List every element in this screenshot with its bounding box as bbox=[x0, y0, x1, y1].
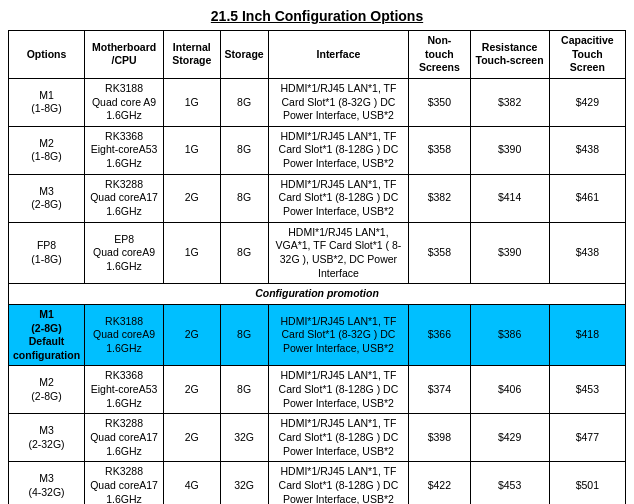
non-touch-cell: $374 bbox=[409, 366, 470, 414]
non-touch-cell: $422 bbox=[409, 462, 470, 504]
header-resistance: Resistance Touch-screen bbox=[470, 31, 549, 79]
storage-cell: 8G bbox=[220, 78, 268, 126]
motherboard-cell: RK3188Quad core A91.6GHz bbox=[85, 78, 164, 126]
resistance-cell: $453 bbox=[470, 462, 549, 504]
resistance-cell: $382 bbox=[470, 78, 549, 126]
storage-cell: 32G bbox=[220, 462, 268, 504]
internal-storage-cell: 1G bbox=[164, 126, 221, 174]
interface-cell: HDMI*1/RJ45 LAN*1, TF Card Slot*1 (8-32G… bbox=[268, 304, 409, 366]
internal-storage-cell: 1G bbox=[164, 222, 221, 284]
capacitive-cell: $418 bbox=[549, 304, 625, 366]
resistance-cell: $406 bbox=[470, 366, 549, 414]
motherboard-cell: RK3368Eight-coreA531.6GHz bbox=[85, 126, 164, 174]
interface-cell: HDMI*1/RJ45 LAN*1, VGA*1, TF Card Slot*1… bbox=[268, 222, 409, 284]
options-cell: M3(2-8G) bbox=[9, 174, 85, 222]
options-cell: M1(1-8G) bbox=[9, 78, 85, 126]
non-touch-cell: $350 bbox=[409, 78, 470, 126]
capacitive-cell: $438 bbox=[549, 222, 625, 284]
non-touch-cell: $382 bbox=[409, 174, 470, 222]
internal-storage-cell: 2G bbox=[164, 366, 221, 414]
non-touch-cell: $358 bbox=[409, 222, 470, 284]
motherboard-cell: RK3188Quad coreA91.6GHz bbox=[85, 304, 164, 366]
storage-cell: 8G bbox=[220, 222, 268, 284]
page-title: 21.5 Inch Configuration Options bbox=[8, 8, 626, 24]
non-touch-cell: $366 bbox=[409, 304, 470, 366]
resistance-cell: $414 bbox=[470, 174, 549, 222]
section-promotion-label: Configuration promotion bbox=[9, 284, 626, 305]
resistance-cell: $386 bbox=[470, 304, 549, 366]
storage-cell: 8G bbox=[220, 304, 268, 366]
internal-storage-cell: 2G bbox=[164, 174, 221, 222]
capacitive-cell: $477 bbox=[549, 414, 625, 462]
header-capacitive: Capacitive Touch Screen bbox=[549, 31, 625, 79]
capacitive-cell: $501 bbox=[549, 462, 625, 504]
interface-cell: HDMI*1/RJ45 LAN*1, TF Card Slot*1 (8-128… bbox=[268, 366, 409, 414]
capacitive-cell: $461 bbox=[549, 174, 625, 222]
options-cell: M1(2-8G)Defaultconfiguration bbox=[9, 304, 85, 366]
header-internal-storage: Internal Storage bbox=[164, 31, 221, 79]
interface-cell: HDMI*1/RJ45 LAN*1, TF Card Slot*1 (8-128… bbox=[268, 126, 409, 174]
options-cell: M2(1-8G) bbox=[9, 126, 85, 174]
options-cell: M2(2-8G) bbox=[9, 366, 85, 414]
internal-storage-cell: 1G bbox=[164, 78, 221, 126]
non-touch-cell: $398 bbox=[409, 414, 470, 462]
storage-cell: 8G bbox=[220, 366, 268, 414]
header-motherboard: Motherboard /CPU bbox=[85, 31, 164, 79]
interface-cell: HDMI*1/RJ45 LAN*1, TF Card Slot*1 (8-128… bbox=[268, 462, 409, 504]
interface-cell: HDMI*1/RJ45 LAN*1, TF Card Slot*1 (8-128… bbox=[268, 414, 409, 462]
header-options: Options bbox=[9, 31, 85, 79]
motherboard-cell: RK3288Quad coreA171.6GHz bbox=[85, 462, 164, 504]
non-touch-cell: $358 bbox=[409, 126, 470, 174]
header-non-touch: Non-touch Screens bbox=[409, 31, 470, 79]
motherboard-cell: RK3288Quad coreA171.6GHz bbox=[85, 414, 164, 462]
storage-cell: 8G bbox=[220, 174, 268, 222]
resistance-cell: $429 bbox=[470, 414, 549, 462]
header-storage: Storage bbox=[220, 31, 268, 79]
options-cell: FP8(1-8G) bbox=[9, 222, 85, 284]
capacitive-cell: $453 bbox=[549, 366, 625, 414]
resistance-cell: $390 bbox=[470, 222, 549, 284]
config-table: Options Motherboard /CPU Internal Storag… bbox=[8, 30, 626, 504]
interface-cell: HDMI*1/RJ45 LAN*1, TF Card Slot*1 (8-32G… bbox=[268, 78, 409, 126]
options-cell: M3(4-32G) bbox=[9, 462, 85, 504]
motherboard-cell: EP8Quad coreA91.6GHz bbox=[85, 222, 164, 284]
internal-storage-cell: 2G bbox=[164, 304, 221, 366]
internal-storage-cell: 4G bbox=[164, 462, 221, 504]
header-interface: Interface bbox=[268, 31, 409, 79]
options-cell: M3(2-32G) bbox=[9, 414, 85, 462]
internal-storage-cell: 2G bbox=[164, 414, 221, 462]
resistance-cell: $390 bbox=[470, 126, 549, 174]
interface-cell: HDMI*1/RJ45 LAN*1, TF Card Slot*1 (8-128… bbox=[268, 174, 409, 222]
motherboard-cell: RK3288Quad coreA171.6GHz bbox=[85, 174, 164, 222]
storage-cell: 32G bbox=[220, 414, 268, 462]
storage-cell: 8G bbox=[220, 126, 268, 174]
capacitive-cell: $438 bbox=[549, 126, 625, 174]
capacitive-cell: $429 bbox=[549, 78, 625, 126]
motherboard-cell: RK3368Eight-coreA531.6GHz bbox=[85, 366, 164, 414]
